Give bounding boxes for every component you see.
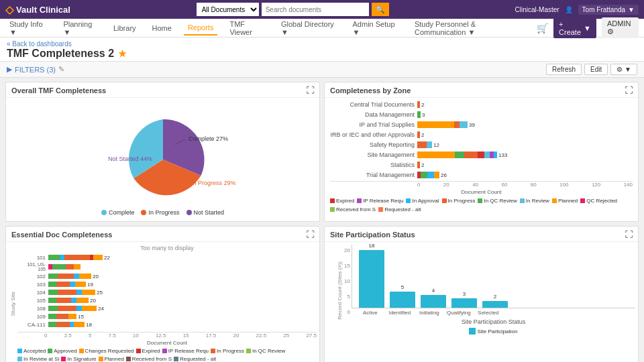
zone-x-axis: 0 20 40 60 80 100 120 140	[330, 181, 633, 188]
notstarted-legend-item: Not Started	[186, 209, 225, 216]
notstarted-legend-dot	[186, 210, 192, 215]
inprogress-label: In Progress 29%	[191, 180, 236, 186]
filters-toggle[interactable]: ▶ FILTERS (3) ✎	[7, 65, 64, 74]
nav-global-directory[interactable]: Global Directory ▼	[277, 17, 341, 39]
inprogress-legend-dot	[141, 210, 146, 215]
bar-qualifying: 3	[451, 291, 477, 308]
site-legend: Site Participation	[352, 325, 635, 336]
nav-study-info[interactable]: Study Info ▼	[5, 17, 51, 39]
essential-expand-icon[interactable]: ⛶	[306, 230, 314, 239]
ess-row-104: 104 25	[21, 289, 313, 296]
page-header: « Back to dashboards TMF Completeness 2 …	[0, 38, 644, 62]
filter-expand-icon: ▶	[7, 65, 12, 74]
site-x-axis-title: Site Participation Status	[352, 318, 635, 325]
page-title: TMF Completeness 2 ★	[7, 48, 637, 60]
zone-row-central: Central Trial Documents 2	[330, 101, 633, 109]
complete-label: Complete 27%	[189, 135, 228, 142]
overall-panel-body: Complete 27% In Progress 29% Not Started…	[6, 98, 319, 221]
site-expand-icon[interactable]: ⛶	[625, 230, 633, 239]
filters-label: FILTERS (3)	[15, 66, 56, 74]
site-y-axis-label: Record Count (Sites (#))	[335, 259, 344, 322]
essential-chart: 101 22 101, US-105	[17, 253, 317, 330]
site-legend-dot	[469, 328, 476, 335]
ess-row-ca111: CA-111 18	[21, 321, 313, 328]
create-button[interactable]: + Create ▼	[553, 18, 596, 38]
site-x-labels: Active Identified Initiating Qualifying …	[352, 308, 635, 317]
edit-filter-icon[interactable]: ✎	[58, 65, 64, 74]
pie-legend: Complete In Progress Not Started	[101, 209, 224, 216]
nav-bar: Study Info ▼ Planning ▼ Library Home Rep…	[0, 19, 644, 38]
zone-panel-title: Completeness by Zone ⛶	[325, 82, 638, 98]
refresh-button[interactable]: Refresh	[546, 64, 582, 75]
nav-study-personnel[interactable]: Study Personnel & Communication ▼	[411, 17, 529, 39]
overall-expand-icon[interactable]: ⛶	[306, 86, 314, 95]
site-panel-title: Site Participation Status ⛶	[325, 227, 638, 242]
zone-row-trial: Trial Management 26	[330, 171, 633, 179]
search-scope-dropdown[interactable]: All Documents	[197, 3, 259, 16]
essential-panel-title: Essential Doc Completeness ⛶	[6, 227, 319, 242]
bar-initiating: 4	[421, 288, 446, 308]
bar-active: 18	[359, 243, 384, 308]
site-participation-panel: Site Participation Status ⛶ Record Count…	[324, 226, 639, 362]
ess-row-105: 105 20	[21, 297, 313, 304]
essential-x-label: Document Count	[17, 340, 317, 346]
zone-row-ip: IP and Trial Supplies 39	[330, 121, 633, 129]
top-search[interactable]: All Documents 🔍	[197, 3, 389, 16]
nav-home[interactable]: Home	[148, 21, 176, 35]
chevron-down-icon: ▼	[628, 6, 635, 13]
nav-admin-setup[interactable]: Admin Setup ▼	[349, 17, 402, 39]
back-link[interactable]: « Back to dashboards	[7, 40, 637, 48]
search-button[interactable]: 🔍	[372, 3, 389, 16]
ess-row-101: 101 22	[21, 254, 313, 261]
user-icon: 👤	[565, 6, 573, 13]
pie-chart-container: Complete 27% In Progress 29% Not Started…	[9, 101, 317, 219]
search-input[interactable]	[262, 3, 369, 16]
ess-row-102: 102 20	[21, 273, 313, 280]
edit-button[interactable]: Edit	[584, 64, 608, 75]
nav-tmf-viewer[interactable]: TMF Viewer	[225, 17, 269, 39]
zone-row-safety: Safety Reporting 12	[330, 141, 633, 149]
essential-doc-panel: Essential Doc Completeness ⛶ Study Site …	[5, 226, 320, 362]
chevron-down-icon-create: ▼	[584, 24, 591, 32]
toolbar-actions: Refresh Edit ⚙ ▼	[546, 64, 637, 75]
app-logo: ◇ Vault Clinical	[5, 3, 70, 16]
zone-row-data: Data Management 3	[330, 111, 633, 119]
nav-library[interactable]: Library	[109, 21, 140, 35]
overall-panel-title: Overall TMF Completeness ⛶	[6, 82, 319, 98]
site-panel-body: Record Count (Sites (#)) 20 15 10 5 0 18	[325, 242, 638, 339]
top-right-nav: Clinical-Master 👤 Tom Frattanda ▼	[515, 5, 639, 15]
zone-row-site: Site Management 133	[330, 151, 633, 159]
essential-legend: Accepted Approved Changes Requested Expi…	[17, 346, 317, 362]
notstarted-label: Not Started 44%	[108, 156, 152, 162]
top-bar: ◇ Vault Clinical All Documents 🔍 Clinica…	[0, 0, 644, 19]
more-button[interactable]: ⚙ ▼	[610, 64, 637, 75]
zone-row-irb: IRB or IEC and other Approvals 2	[330, 131, 633, 139]
site-bars-container: 18 5 4	[352, 245, 635, 308]
bar-identified: 5	[390, 284, 415, 308]
ess-row-108: 108 24	[21, 305, 313, 312]
user-menu[interactable]: Tom Frattanda ▼	[578, 5, 639, 15]
overall-completeness-panel: Overall TMF Completeness ⛶ Complete 2	[5, 82, 320, 222]
ess-row-101us: 101, US-105	[21, 262, 313, 272]
essential-y-axis-label: Study Site	[9, 289, 17, 318]
inprogress-legend-item: In Progress	[141, 209, 179, 216]
complete-legend-dot	[101, 210, 107, 215]
nav-reports[interactable]: Reports	[184, 21, 218, 36]
vault-icon: ◇	[5, 3, 13, 16]
essential-panel-body: Study Site Too many to display 101	[6, 242, 319, 362]
nav-planning[interactable]: Planning ▼	[59, 17, 101, 39]
admin-button[interactable]: ADMIN ⚙	[602, 17, 639, 38]
toolbar: ▶ FILTERS (3) ✎ Refresh Edit ⚙ ▼	[0, 62, 644, 78]
env-label: Clinical-Master	[515, 6, 559, 13]
zone-x-axis-label: Document Count	[330, 189, 633, 195]
favorite-star-icon[interactable]: ★	[118, 48, 127, 59]
site-y-ticks: 20 15 10 5 0	[344, 245, 350, 315]
pie-chart: Complete 27% In Progress 29% Not Started…	[89, 106, 237, 206]
essential-x-axis: 0 2.5 5 7.5 10 12.5 15 17.5 20 22.5 25 2…	[17, 332, 317, 339]
complete-legend-item: Complete	[101, 209, 135, 216]
zone-expand-icon[interactable]: ⛶	[625, 86, 633, 95]
too-many-label: Too many to display	[17, 245, 317, 251]
ess-row-103: 103 19	[21, 281, 313, 288]
cart-icon: 🛒	[537, 23, 548, 34]
zone-completeness-panel: Completeness by Zone ⛶ Central Trial Doc…	[324, 82, 639, 222]
